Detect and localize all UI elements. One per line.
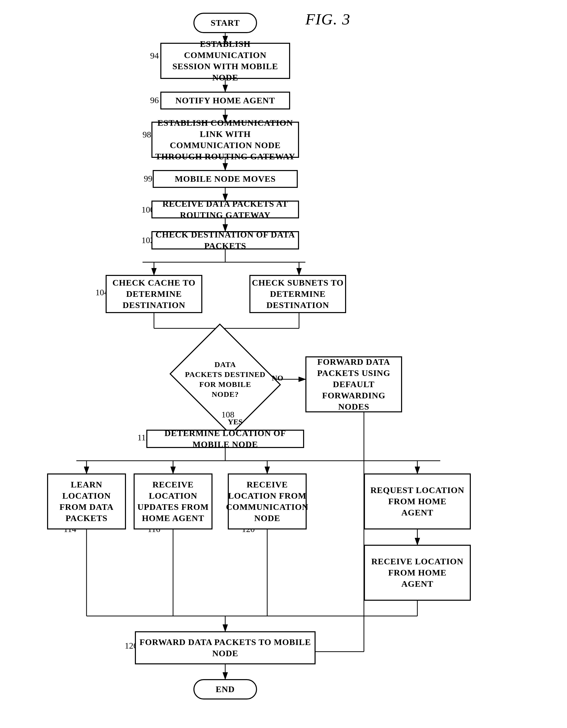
box-98: ESTABLISH COMMUNICATION LINK WITH COMMUN…	[151, 122, 299, 158]
label-96: 96	[150, 95, 159, 105]
box-122: REQUEST LOCATION FROM HOME AGENT	[364, 473, 471, 529]
yes-label: YES	[228, 417, 243, 426]
box-96: NOTIFY HOME AGENT	[160, 92, 290, 109]
box-94: ESTABLISH COMMUNICATION SESSION WITH MOB…	[160, 43, 290, 79]
diamond-108: DATA PACKETS DESTINED FOR MOBILE NODE?	[182, 344, 268, 415]
diagram-container: FIG. 3	[0, 0, 567, 728]
box-120: RECEIVE LOCATION FROM COMMUNICATION NODE	[228, 473, 307, 529]
label-99: 99	[144, 174, 152, 184]
box-102: CHECK DESTINATION OF DATA PACKETS	[151, 231, 299, 249]
box-116: RECEIVE LOCATION UPDATES FROM HOME AGENT	[134, 473, 212, 529]
box-104: CHECK CACHE TO DETERMINE DESTINATION	[106, 275, 202, 313]
box-126: FORWARD DATA PACKETS TO MOBILE NODE	[135, 631, 316, 664]
box-106: CHECK SUBNETS TO DETERMINE DESTINATION	[249, 275, 346, 313]
end-node: END	[193, 679, 257, 699]
label-94: 94	[150, 51, 159, 61]
box-99: MOBILE NODE MOVES	[153, 170, 298, 188]
box-112: DETERMINE LOCATION OF MOBILE NODE	[146, 430, 304, 448]
box-124: RECEIVE LOCATION FROM HOME AGENT	[364, 545, 471, 601]
box-110: FORWARD DATA PACKETS USING DEFAULT FORWA…	[305, 356, 402, 412]
no-label: NO	[272, 374, 283, 382]
start-node: START	[193, 13, 257, 33]
figure-title: FIG. 3	[305, 10, 350, 28]
box-100: RECEIVE DATA PACKETS AT ROUTING GATEWAY	[151, 201, 299, 218]
label-98: 98	[143, 130, 151, 139]
box-114: LEARN LOCATION FROM DATA PACKETS	[47, 473, 126, 529]
